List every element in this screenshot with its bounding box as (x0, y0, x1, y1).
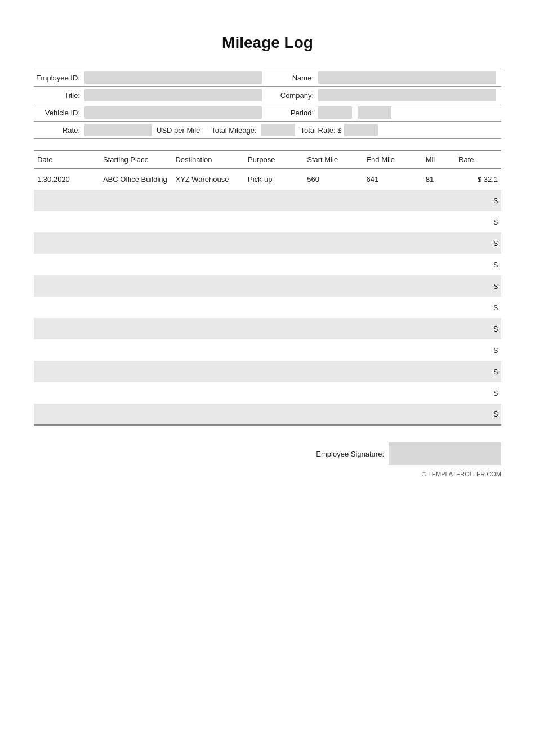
cell-end_mile (363, 318, 422, 339)
name-field[interactable] (318, 71, 496, 84)
cell-destination (172, 211, 244, 232)
cell-rate: $ (455, 382, 501, 404)
signature-label: Employee Signature: (316, 450, 384, 458)
employee-id-field[interactable] (84, 71, 262, 84)
cell-end_mile (363, 404, 422, 425)
cell-purpose (244, 361, 304, 382)
cell-date (34, 232, 100, 254)
cell-start_mile: 560 (304, 168, 363, 190)
cell-purpose (244, 190, 304, 211)
cell-starting_place (100, 232, 172, 254)
col-header-mil: Mil (422, 151, 455, 168)
cell-destination (172, 361, 244, 382)
copyright-text: © TEMPLATEROLLER.COM (422, 471, 501, 477)
table-row: $ (34, 254, 501, 275)
cell-start_mile (304, 382, 363, 404)
cell-date (34, 404, 100, 425)
cell-mil (422, 297, 455, 318)
cell-destination (172, 254, 244, 275)
title-label: Title: (34, 91, 84, 100)
period-label: Period: (268, 109, 318, 117)
table-row: $ (34, 190, 501, 211)
cell-end_mile (363, 190, 422, 211)
cell-purpose (244, 211, 304, 232)
period-field-to[interactable] (358, 106, 391, 119)
cell-start_mile (304, 318, 363, 339)
table-row: $ (34, 275, 501, 297)
cell-date (34, 254, 100, 275)
cell-end_mile: 641 (363, 168, 422, 190)
cell-mil (422, 382, 455, 404)
cell-mil (422, 339, 455, 361)
cell-end_mile (363, 232, 422, 254)
signature-field[interactable] (389, 442, 501, 465)
cell-destination (172, 190, 244, 211)
header-row-2: Title: Company: (34, 86, 501, 104)
col-header-date: Date (34, 151, 100, 168)
table-row: $ (34, 382, 501, 404)
cell-starting_place (100, 361, 172, 382)
col-header-end-mile: End Mile (363, 151, 422, 168)
cell-start_mile (304, 275, 363, 297)
employee-id-group: Employee ID: (34, 71, 268, 84)
table-header-row: Date Starting Place Destination Purpose … (34, 151, 501, 168)
cell-rate: $ (455, 211, 501, 232)
period-field-from[interactable] (318, 106, 352, 119)
vehicle-id-label: Vehicle ID: (34, 109, 84, 117)
title-group: Title: (34, 89, 268, 101)
cell-purpose (244, 318, 304, 339)
col-header-destination: Destination (172, 151, 244, 168)
cell-mil (422, 361, 455, 382)
cell-starting_place (100, 190, 172, 211)
cell-destination (172, 232, 244, 254)
cell-purpose (244, 297, 304, 318)
total-mileage-label: Total Mileage: (211, 126, 256, 135)
cell-start_mile (304, 190, 363, 211)
cell-end_mile (363, 361, 422, 382)
cell-date (34, 382, 100, 404)
col-header-purpose: Purpose (244, 151, 304, 168)
cell-starting_place: ABC Office Building (100, 168, 172, 190)
cell-mil (422, 275, 455, 297)
table-row: $ (34, 211, 501, 232)
cell-destination (172, 297, 244, 318)
cell-starting_place (100, 211, 172, 232)
name-label: Name: (268, 74, 318, 82)
table-row: $ (34, 361, 501, 382)
cell-end_mile (363, 382, 422, 404)
cell-purpose (244, 339, 304, 361)
cell-start_mile (304, 254, 363, 275)
table-row: $ (34, 297, 501, 318)
cell-rate: $ (455, 404, 501, 425)
signature-row: Employee Signature: (34, 442, 501, 465)
usd-per-mile-text: USD per Mile (157, 126, 200, 135)
cell-starting_place (100, 254, 172, 275)
total-mileage-field[interactable] (261, 124, 295, 136)
footer: © TEMPLATEROLLER.COM (34, 471, 501, 477)
company-field[interactable] (318, 89, 496, 101)
cell-date (34, 339, 100, 361)
total-rate-field[interactable] (344, 124, 378, 136)
cell-destination: XYZ Warehouse (172, 168, 244, 190)
cell-rate: $ (455, 318, 501, 339)
header-row-3: Vehicle ID: Period: (34, 104, 501, 121)
cell-rate: $ (455, 339, 501, 361)
cell-starting_place (100, 318, 172, 339)
cell-date: 1.30.2020 (34, 168, 100, 190)
rate-row: Rate: USD per Mile Total Mileage: Total … (34, 121, 501, 139)
cell-start_mile (304, 297, 363, 318)
cell-end_mile (363, 254, 422, 275)
page-title: Mileage Log (34, 34, 501, 52)
col-header-rate: Rate (455, 151, 501, 168)
cell-mil (422, 254, 455, 275)
rate-field[interactable] (84, 124, 152, 136)
mileage-table: Date Starting Place Destination Purpose … (34, 150, 501, 426)
table-row: $ (34, 404, 501, 425)
title-field[interactable] (84, 89, 262, 101)
cell-mil (422, 404, 455, 425)
cell-destination (172, 275, 244, 297)
cell-purpose (244, 232, 304, 254)
cell-end_mile (363, 339, 422, 361)
vehicle-id-field[interactable] (84, 106, 262, 119)
table-row: $ (34, 232, 501, 254)
